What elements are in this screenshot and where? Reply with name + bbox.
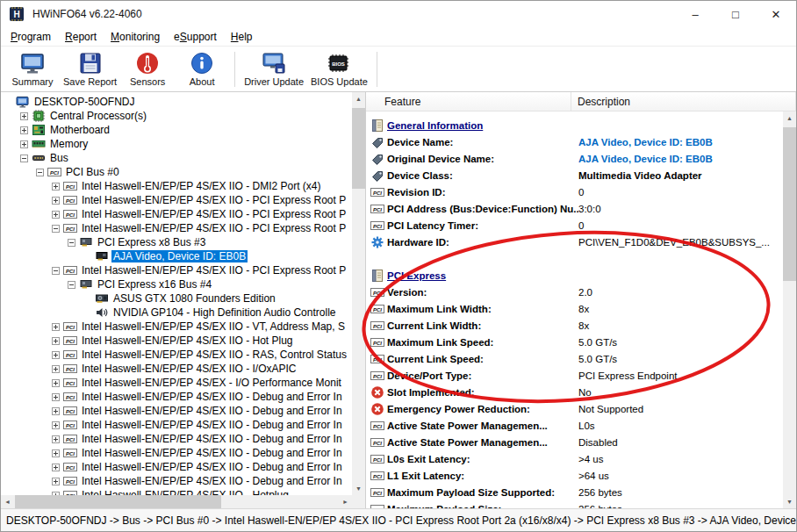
expand-toggle-icon[interactable] — [52, 183, 60, 191]
tree-item[interactable]: PCIIntel Haswell-EN/EP/EP 4S/EX IIO - I/… — [1, 362, 352, 376]
tree-item[interactable]: PCIIntel Haswell-EN/EP/EP 4S/EX IIO - PC… — [1, 207, 352, 221]
collapse-toggle-icon[interactable] — [36, 169, 44, 176]
menu-monitoring[interactable]: Monitoring — [104, 29, 167, 45]
expand-toggle-icon[interactable] — [52, 197, 60, 205]
close-button[interactable]: ✕ — [756, 1, 796, 27]
tree-item[interactable]: PCIIntel Haswell-EN/EP/EP 4S/EX IIO - De… — [1, 446, 352, 460]
expand-toggle-icon[interactable] — [52, 323, 60, 331]
detail-row[interactable]: PCIRevision ID:0 — [368, 183, 783, 200]
toolbar-about-button[interactable]: About — [175, 47, 229, 91]
detail-row[interactable]: PCIL0s Exit Latency:>4 us — [368, 450, 783, 467]
column-header-description[interactable]: Description — [571, 92, 796, 111]
detail-row[interactable]: PCIDevice/Port Type:PCI Express Endpoint — [368, 367, 783, 384]
scroll-left-button[interactable]: ◄ — [1, 495, 14, 508]
tree-item[interactable]: PCIIntel Haswell-EN/EP/EP 4S/EX IIO - VT… — [1, 320, 352, 334]
tree-item[interactable]: Motherboard — [1, 123, 352, 137]
tree-item[interactable]: PCIIntel Haswell-EN/EP/EP 4S/EX IIO - PC… — [1, 263, 352, 277]
tree-vscroll-thumb[interactable] — [352, 108, 365, 189]
detail-row[interactable]: PCIMaximum Link Speed:5.0 GT/s — [368, 334, 783, 350]
expand-toggle-icon[interactable] — [52, 421, 60, 429]
collapse-toggle-icon[interactable] — [68, 281, 75, 289]
tree-vertical-scrollbar[interactable]: ▲ ▼ — [352, 92, 365, 495]
menu-program[interactable]: Program — [4, 29, 58, 45]
detail-row[interactable]: PCICurrent Link Width:8x — [368, 317, 783, 334]
expand-toggle-icon[interactable] — [52, 407, 60, 415]
expand-toggle-icon[interactable] — [52, 211, 60, 219]
collapse-toggle-icon[interactable] — [52, 225, 60, 233]
detail-row[interactable]: PCIMaximum Payload Size Supported:256 by… — [368, 484, 783, 500]
detail-row[interactable]: Hardware ID:PCI\VEN_F1D0&DEV_EB0B&SUBSYS… — [368, 234, 783, 250]
tree-item[interactable]: Bus — [1, 151, 352, 165]
tree-item[interactable]: PCI Express x16 Bus #4 — [1, 277, 352, 291]
details-vertical-scrollbar[interactable]: ▲ ▼ — [783, 111, 796, 508]
collapse-toggle-icon[interactable] — [52, 267, 60, 275]
tree-item[interactable]: ASUS GTX 1080 Founders Edition — [1, 291, 352, 306]
detail-row[interactable]: Original Device Name:AJA Video, Device I… — [368, 150, 783, 167]
tree-item[interactable]: PCIIntel Haswell-EN/EP/EP 4S/EX - I/O Pe… — [1, 376, 352, 390]
tree-item[interactable]: PCIIntel Haswell-EN/EP/EP 4S/EX IIO - PC… — [1, 221, 352, 235]
tree-hscroll-thumb[interactable] — [15, 495, 221, 508]
expand-toggle-icon[interactable] — [52, 337, 60, 345]
expand-toggle-icon[interactable] — [52, 449, 60, 457]
tree-item[interactable]: AJA Video, Device ID: EB0B — [1, 249, 352, 263]
expand-toggle-icon[interactable] — [20, 112, 28, 120]
detail-row[interactable]: PCIL1 Exit Latency:>64 us — [368, 467, 783, 484]
tree-item[interactable]: PCIIntel Haswell-EN/EP/EP 4S/EX IIO - Ho… — [1, 488, 352, 495]
expand-toggle-icon[interactable] — [52, 393, 60, 401]
expand-toggle-icon[interactable] — [52, 435, 60, 443]
tree-item[interactable]: PCIPCI Bus #0 — [1, 165, 352, 179]
tree-item[interactable]: PCIIntel Haswell-EN/EP/EP 4S/EX IIO - De… — [1, 474, 352, 488]
tree-item[interactable]: Memory — [1, 137, 352, 151]
details-vscroll-thumb[interactable] — [783, 127, 796, 281]
detail-section-row[interactable]: General Information — [368, 117, 783, 133]
detail-row[interactable]: PCIActive State Power Managemen...L0s — [368, 417, 783, 434]
tree-item[interactable]: PCIIntel Haswell-EN/EP/EP 4S/EX IIO - De… — [1, 460, 352, 474]
expand-toggle-icon[interactable] — [52, 351, 60, 359]
tree-item[interactable]: PCIIntel Haswell-EN/EP/EP 4S/EX IIO - Ho… — [1, 334, 352, 348]
detail-row[interactable]: PCIMaximum Payload Size:256 bytes — [368, 500, 783, 508]
detail-row[interactable]: Device Name:AJA Video, Device ID: EB0B — [368, 133, 783, 150]
detail-row[interactable]: PCIActive State Power Managemen...Disabl… — [368, 434, 783, 450]
scroll-up-button[interactable]: ▲ — [783, 111, 796, 125]
tree-item[interactable]: PCIIntel Haswell-EN/EP/EP 4S/EX IIO - RA… — [1, 348, 352, 362]
column-header-feature[interactable]: Feature — [366, 92, 571, 111]
tree-item[interactable]: PCIIntel Haswell-EN/EP/EP 4S/EX IIO - De… — [1, 432, 352, 446]
toolbar-save-report-button[interactable]: Save Report — [60, 47, 120, 91]
toolbar-driver-update-button[interactable]: Driver Update — [241, 47, 307, 91]
collapse-toggle-icon[interactable] — [20, 155, 28, 162]
scroll-down-button[interactable]: ▼ — [783, 495, 796, 508]
tree-item[interactable]: PCIIntel Haswell-EN/EP/EP 4S/EX IIO - De… — [1, 390, 352, 404]
expand-toggle-icon[interactable] — [52, 379, 60, 387]
toolbar-summary-button[interactable]: Summary — [5, 47, 60, 91]
maximize-button[interactable]: □ — [715, 1, 756, 27]
scroll-down-button[interactable]: ▼ — [352, 482, 365, 495]
detail-row[interactable]: Slot Implemented:No — [368, 384, 783, 400]
detail-row[interactable]: PCIVersion:2.0 — [368, 284, 783, 300]
menu-report[interactable]: Report — [58, 29, 104, 45]
expand-toggle-icon[interactable] — [52, 478, 60, 485]
scroll-right-button[interactable]: ► — [339, 495, 352, 508]
detail-row[interactable]: PCIMaximum Link Width:8x — [368, 300, 783, 317]
expand-toggle-icon[interactable] — [20, 126, 28, 134]
scroll-up-button[interactable]: ▲ — [352, 92, 365, 105]
tree-horizontal-scrollbar[interactable]: ◄ ► — [1, 495, 352, 508]
detail-row[interactable]: PCIPCI Address (Bus:Device:Function) Nu.… — [368, 200, 783, 217]
detail-row[interactable]: PCIPCI Latency Timer:0 — [368, 217, 783, 234]
detail-row[interactable]: Device Class:Multimedia Video Adapter — [368, 167, 783, 183]
tree-item[interactable]: PCIIntel Haswell-EN/EP/EP 4S/EX IIO - De… — [1, 404, 352, 418]
toolbar-bios-update-button[interactable]: BIOSBIOS Update — [307, 47, 371, 91]
tree-item[interactable]: PCIIntel Haswell-EN/EP/EP 4S/EX IIO - De… — [1, 418, 352, 432]
expand-toggle-icon[interactable] — [52, 365, 60, 373]
collapse-toggle-icon[interactable] — [68, 239, 75, 247]
detail-row[interactable]: PCICurrent Link Speed:5.0 GT/s — [368, 350, 783, 367]
tree-item[interactable]: PCI Express x8 Bus #3 — [1, 235, 352, 249]
detail-section-row[interactable]: PCI Express — [368, 267, 783, 284]
menu-esupport[interactable]: eSupport — [167, 29, 224, 45]
menu-help[interactable]: Help — [224, 29, 260, 45]
detail-row[interactable]: Emergency Power Reduction:Not Supported — [368, 400, 783, 417]
expand-toggle-icon[interactable] — [20, 140, 28, 148]
tree-item[interactable]: NVIDIA GP104 - High Definition Audio Con… — [1, 306, 352, 320]
tree-item[interactable]: Central Processor(s) — [1, 109, 352, 123]
tree-item[interactable]: PCIIntel Haswell-EN/EP/EP 4S/EX IIO - DM… — [1, 179, 352, 193]
minimize-button[interactable]: – — [675, 1, 715, 27]
